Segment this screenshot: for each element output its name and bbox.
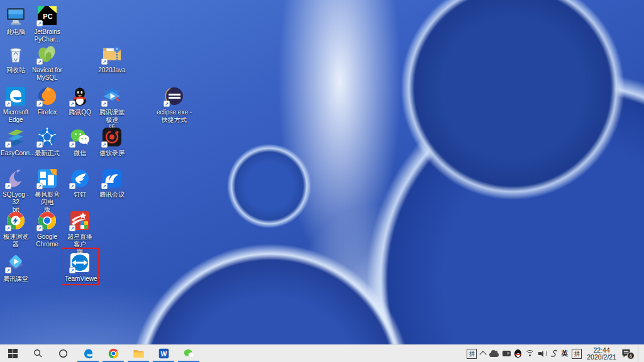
speaker-icon[interactable] (538, 350, 547, 358)
desktop-icon-firefox[interactable]: Firefox (32, 85, 62, 116)
sqlyog-dolphin-icon (5, 168, 26, 189)
shortcut-arrow-icon (36, 141, 43, 148)
desktop-icon-google-chrome[interactable]: Google Chrome (32, 210, 62, 248)
shortcut-arrow-icon (69, 225, 75, 231)
ketang-speed-icon (101, 85, 123, 107)
taskbar-button-wechat[interactable] (176, 345, 201, 362)
show-desktop-button[interactable] (638, 345, 641, 362)
svg-text:PC: PC (43, 13, 52, 20)
taskbar-button-word[interactable]: W (151, 345, 176, 362)
desktop-icon-eclipse-shortcut[interactable]: eclipse.exe - 快捷方式 (152, 85, 196, 124)
chrome-icon (36, 210, 58, 231)
shortcut-arrow-icon (5, 101, 11, 107)
desktop-icon-apowerrec[interactable]: 傲软录屏 (97, 126, 127, 157)
desktop-icon-jetbrains-pycharm[interactable]: PCJetBrains PyChar... (32, 5, 62, 43)
unknown-tray-app-icon[interactable] (551, 349, 557, 358)
desktop-icon-tencent-qq[interactable]: 腾讯QQ (65, 85, 95, 116)
shortcut-arrow-icon (164, 101, 170, 107)
recycle-bin-icon (5, 43, 26, 65)
desktop-icon-tencent-meeting[interactable]: 腾讯会议 (97, 168, 127, 199)
wifi-icon[interactable] (525, 350, 535, 358)
taskbar-button-search[interactable] (25, 345, 50, 362)
shortcut-arrow-icon (36, 101, 43, 107)
qq-penguin-icon (69, 85, 91, 107)
shortcut-arrow-icon (69, 183, 75, 189)
desktop-icon-label: 极速浏览器 (1, 233, 31, 248)
desktop-icon-label: 2020Java (97, 67, 127, 74)
desktop-icon-label: 钉钉 (65, 191, 95, 199)
this-pc-icon (5, 5, 26, 26)
shortcut-arrow-icon (101, 58, 108, 65)
desktop-icon-recycle-bin[interactable]: 回收站 (1, 43, 31, 74)
windows-logo-icon (8, 349, 18, 358)
shortcut-arrow-icon (5, 225, 11, 231)
word-icon: W (158, 348, 170, 359)
shortcut-arrow-icon (69, 101, 75, 107)
desktop-icon-label: Google Chrome (32, 233, 62, 248)
eclipse-icon (164, 85, 185, 107)
desktop-icon-label: 微信 (65, 150, 95, 157)
qq-tray-icon[interactable] (514, 349, 521, 358)
desktop-icon-baofeng[interactable]: 暴风影音闪电 版 (32, 168, 62, 214)
shortcut-arrow-icon (69, 141, 75, 148)
action-center-icon[interactable]: 6 (621, 349, 632, 358)
windows-desktop: 此电脑PCJetBrains PyChar...回收站Navicat for M… (0, 0, 644, 362)
notification-badge: 6 (627, 352, 635, 359)
desktop-icon-wechat[interactable]: 微信 (65, 126, 95, 157)
ime-badge-left[interactable]: 拼 (467, 349, 477, 359)
desktop-icon-label: EasyConn... (1, 150, 31, 157)
desktop-icon-easyconnect[interactable]: EasyConn... (1, 126, 31, 157)
search-icon (33, 349, 43, 358)
desktop-icon-speed-browser[interactable]: 极速浏览器 (1, 210, 31, 248)
desktop-icon-label: 腾讯会议 (97, 191, 127, 199)
zip-folder-icon (101, 43, 123, 65)
desktop-icon-label: 傲软录屏 (97, 150, 127, 157)
desktop-icon-chaoxing-live[interactable]: 超星直播客户 端 (65, 210, 95, 256)
shortcut-arrow-icon (5, 267, 11, 273)
shortcut-arrow-icon (101, 101, 108, 107)
desktop-icon-label: Microsoft Edge (1, 109, 31, 124)
taskbar-button-edge[interactable] (75, 345, 101, 362)
desktop-icon-label: TeamViewer (65, 275, 95, 283)
desktop-icon-teamviewer[interactable]: TeamViewer (65, 252, 95, 283)
desktop-icon-label: 此电脑 (1, 28, 31, 36)
desktop-icon-dingtalk[interactable]: 钉钉 (65, 168, 95, 199)
desktop-icon-2020java[interactable]: 2020Java (97, 43, 127, 74)
wechat-small-icon (183, 348, 195, 359)
shortcut-arrow-icon (36, 225, 43, 231)
svg-text:W: W (160, 351, 167, 358)
desktop-icon-label: Firefox (32, 109, 62, 116)
language-indicator[interactable]: 英 (561, 349, 568, 358)
taskbar-button-start[interactable] (0, 345, 25, 362)
chaoxing-icon (69, 210, 91, 231)
edge-tile-icon (5, 85, 26, 107)
desktop-icon-tencent-ketang[interactable]: 腾讯课堂 (1, 252, 31, 283)
taskbar-button-file-explorer[interactable] (126, 345, 151, 362)
shortcut-arrow-icon (36, 183, 43, 189)
desktop-icon-microsoft-edge[interactable]: Microsoft Edge (1, 85, 31, 124)
taskbar: W 拼 英 拼 22:44 2020/2/21 6 (0, 344, 644, 362)
system-tray: 拼 英 拼 22:44 2020/2/21 6 (464, 345, 644, 362)
camera-tray-icon[interactable] (502, 351, 511, 356)
desktop-icon-label: eclipse.exe - 快捷方式 (152, 109, 196, 124)
desktop-icon-zuixin-zhengshi[interactable]: 最新正式 (32, 126, 62, 157)
desktop-icon-ketang-speed[interactable]: 腾讯课堂极速 版 (97, 85, 127, 131)
desktop-icon-sqlyog[interactable]: SQLyog - 32 bit (1, 168, 31, 214)
shortcut-arrow-icon (69, 267, 75, 273)
firefox-icon (36, 85, 58, 107)
speed-browser-icon (5, 210, 26, 231)
clock[interactable]: 22:44 2020/2/21 (586, 347, 618, 361)
desktop-icon-label: Navicat for MySQL (32, 67, 62, 82)
baofeng-icon (36, 168, 58, 189)
ime-badge-right[interactable]: 拼 (572, 349, 582, 359)
onedrive-cloud-icon[interactable] (489, 353, 499, 357)
hidden-icons-chevron-icon[interactable] (480, 351, 487, 358)
taskbar-button-cortana[interactable] (50, 345, 75, 362)
desktop-icon-this-pc[interactable]: 此电脑 (1, 5, 31, 36)
desktop-icon-label: 最新正式 (32, 150, 62, 157)
taskbar-button-chrome[interactable] (101, 345, 126, 362)
taskbar-buttons: W (0, 345, 201, 362)
edge-e-icon (82, 348, 94, 359)
ketang-icon (5, 252, 26, 273)
desktop-icon-navicat-mysql[interactable]: Navicat for MySQL (32, 43, 62, 82)
